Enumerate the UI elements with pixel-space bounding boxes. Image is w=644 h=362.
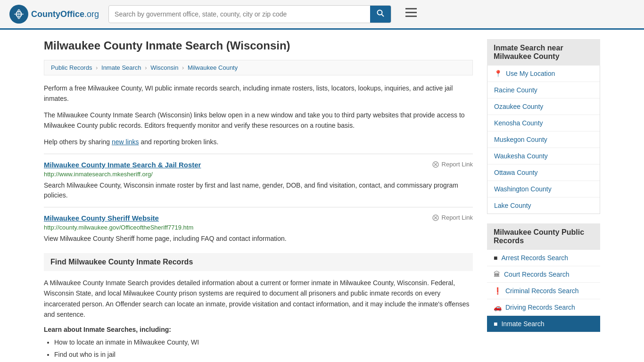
- link-section-2: Milwaukee County Sheriff Website Report …: [44, 207, 473, 244]
- sidebar-record-inmate[interactable]: ■ Inmate Search: [487, 316, 600, 332]
- sidebar-link-ottawa[interactable]: Ottawa County: [487, 165, 600, 181]
- location-icon: 📍: [494, 70, 502, 77]
- sidebar-link-washington[interactable]: Washington County: [487, 181, 600, 197]
- learn-heading: Learn about Inmate Searches, including:: [44, 326, 473, 333]
- learn-list: How to locate an inmate in Milwaukee Cou…: [44, 337, 473, 360]
- search-bar: [108, 5, 391, 23]
- sidebar-record-court[interactable]: 🏛 Court Records Search: [487, 266, 600, 283]
- sidebar-record-driving[interactable]: 🚗 Driving Records Search: [487, 299, 600, 316]
- content-area: Milwaukee County Inmate Search (Wisconsi…: [44, 39, 473, 362]
- svg-point-5: [378, 10, 382, 15]
- link-title-1[interactable]: Milwaukee County Inmate Search & Jail Ro…: [44, 161, 201, 169]
- search-button[interactable]: [370, 6, 391, 23]
- court-icon: 🏛: [494, 271, 500, 278]
- breadcrumb-public-records[interactable]: Public Records: [51, 64, 92, 71]
- sidebar-nearby-title: Inmate Search near Milwaukee County: [494, 44, 594, 61]
- inmate-icon: ■: [494, 320, 497, 328]
- intro-paragraph-1: Perform a free Milwaukee County, WI publ…: [44, 83, 473, 104]
- criminal-icon: ❗: [494, 287, 502, 295]
- sidebar-link-muskegon[interactable]: Muskegon County: [487, 132, 600, 148]
- sidebar-record-criminal[interactable]: ❗ Criminal Records Search: [487, 283, 600, 299]
- sidebar: Inmate Search near Milwaukee County 📍 Us…: [487, 39, 600, 362]
- main-container: Milwaukee County Inmate Search (Wisconsi…: [34, 30, 610, 362]
- sidebar-public-records-links: ■ Arrest Records Search 🏛 Court Records …: [487, 250, 600, 332]
- driving-icon: 🚗: [494, 304, 502, 311]
- sidebar-link-ozaukee[interactable]: Ozaukee County: [487, 99, 600, 115]
- sidebar-nearby-links: 📍 Use My Location Racine County Ozaukee …: [487, 66, 600, 214]
- breadcrumb-wisconsin[interactable]: Wisconsin: [150, 64, 178, 71]
- page-title: Milwaukee County Inmate Search (Wisconsi…: [44, 39, 473, 52]
- sidebar-public-records-title: Milwaukee County Public Records: [494, 228, 594, 245]
- link-desc-2: View Milwaukee County Sheriff home page,…: [44, 234, 473, 244]
- svg-rect-8: [405, 12, 417, 13]
- menu-button[interactable]: [405, 8, 417, 20]
- new-links-link[interactable]: new links: [112, 138, 139, 146]
- report-link-button-1[interactable]: Report Link: [432, 161, 473, 168]
- breadcrumb-milwaukee-county[interactable]: Milwaukee County: [188, 64, 238, 71]
- logo-link[interactable]: CountyOffice.org: [9, 5, 99, 24]
- intro-paragraph-2: The Milwaukee County Inmate Search (Wisc…: [44, 110, 473, 131]
- find-section-heading: Find Milwaukee County Inmate Records: [44, 253, 473, 271]
- svg-line-6: [382, 15, 384, 17]
- sidebar-public-records-header: Milwaukee County Public Records: [487, 223, 600, 250]
- sidebar-link-racine[interactable]: Racine County: [487, 82, 600, 99]
- link-url-1: http://www.inmatesearch.mkesheriff.org/: [44, 171, 473, 178]
- sidebar-link-waukesha[interactable]: Waukesha County: [487, 148, 600, 165]
- sidebar-link-use-my-location[interactable]: 📍 Use My Location: [487, 66, 600, 82]
- search-input[interactable]: [109, 7, 370, 22]
- site-header: CountyOffice.org: [0, 0, 644, 30]
- report-link-button-2[interactable]: Report Link: [432, 214, 473, 222]
- arrest-icon: ■: [494, 254, 497, 262]
- svg-rect-7: [405, 8, 417, 9]
- breadcrumb-inmate-search[interactable]: Inmate Search: [101, 64, 141, 71]
- sidebar-link-kenosha[interactable]: Kenosha County: [487, 115, 600, 132]
- intro-paragraph-3: Help others by sharing new links and rep…: [44, 137, 473, 147]
- link-title-2[interactable]: Milwaukee County Sheriff Website: [44, 214, 159, 222]
- sidebar-public-records: Milwaukee County Public Records ■ Arrest…: [487, 223, 600, 332]
- learn-item-2: Find out who is in jail: [54, 349, 473, 360]
- sidebar-nearby-header: Inmate Search near Milwaukee County: [487, 39, 600, 66]
- link-desc-1: Search Milwaukee County, Wisconsin inmat…: [44, 181, 473, 200]
- find-paragraph: A Milwaukee County Inmate Search provide…: [44, 278, 473, 320]
- sidebar-link-lake[interactable]: Lake County: [487, 197, 600, 214]
- link-section-1: Milwaukee County Inmate Search & Jail Ro…: [44, 154, 473, 200]
- logo-icon: [9, 5, 28, 24]
- breadcrumb: Public Records › Inmate Search › Wiscons…: [44, 60, 473, 75]
- learn-item-1: How to locate an inmate in Milwaukee Cou…: [54, 337, 473, 347]
- logo-text: CountyOffice.org: [31, 9, 99, 19]
- sidebar-record-arrest[interactable]: ■ Arrest Records Search: [487, 250, 600, 266]
- svg-rect-9: [405, 16, 417, 17]
- link-url-2: http://county.milwaukee.gov/OfficeoftheS…: [44, 224, 473, 231]
